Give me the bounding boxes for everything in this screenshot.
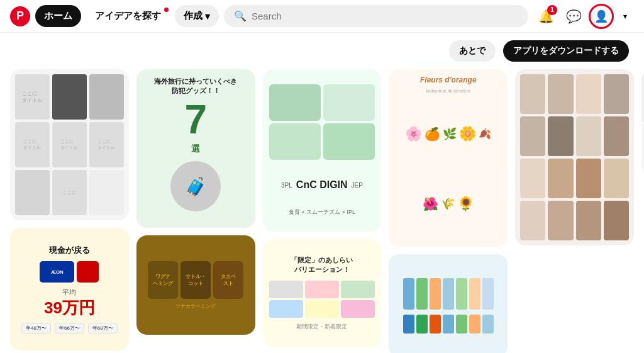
collab-label: JEP: [352, 182, 363, 189]
list-item: 🎩 ⚔️ 🏴‍☠️ 👥 ?: [641, 69, 644, 176]
search-icon: 🔍: [234, 10, 247, 22]
pin-number: 7: [184, 99, 207, 140]
grid-cell: [89, 74, 124, 120]
color-swatches: [403, 278, 494, 310]
grid-cell: [15, 170, 50, 215]
food-collab-pin[interactable]: 3PL CnC DIGIN JEP 食育 × スムーチズム × IPL: [263, 69, 382, 232]
list-item: Fleurs d'orange botanical illustration 🌸…: [389, 69, 508, 247]
pin-title: Fleurs d'orange: [420, 76, 477, 84]
header-dropdown-button[interactable]: ▾: [616, 8, 634, 25]
swatch: [416, 278, 428, 310]
explore-dot: [164, 8, 169, 12]
profile-button[interactable]: 👤: [589, 4, 614, 29]
flower-illustration: 🌾: [441, 197, 455, 211]
swatch-cell: [576, 116, 601, 156]
create-nav-button[interactable]: 作成 ▾: [175, 5, 219, 27]
swatch: [443, 278, 454, 310]
list-item: [389, 254, 508, 353]
pin-unit: 選: [191, 143, 200, 155]
cash-back-pin[interactable]: 現金が戻る ÆON 平均 39万円 年48万〜 年66万〜 年68万〜: [10, 228, 129, 350]
list-item: 海外旅行に持っていくべき防犯グッズ！！ 7 選 🧳: [136, 69, 255, 228]
template-grid-pin[interactable]: ここにタイトル ここにタイトル ここにタイトル ここにタイトル ここに: [10, 69, 129, 220]
notification-badge: 1: [547, 5, 557, 15]
home-nav-button[interactable]: ホーム: [35, 5, 81, 27]
color-palette-pin[interactable]: [389, 254, 508, 353]
pin-title: 現金が戻る: [49, 245, 90, 256]
header: P ホーム アイデアを探す 作成 ▾ 🔍 🔔 1 💬 👤 ▾: [0, 0, 644, 33]
grid-cell: ここにタイトル: [15, 74, 50, 120]
swatch: [456, 278, 467, 310]
swatch-cell: [548, 74, 573, 114]
avatar: 👤: [594, 9, 608, 23]
can-item: ワグナヘミング: [148, 261, 178, 299]
travel-guide-pin[interactable]: 海外旅行に持っていくべき防犯グッズ！！ 7 選 🧳: [136, 69, 255, 228]
canned-goods-pin[interactable]: ワグナヘミング サトル・コット タカベスト ツナカラベミング: [136, 235, 255, 335]
swatch-cell: [576, 201, 601, 240]
grid-cell: ここに: [52, 170, 87, 215]
download-app-button[interactable]: アプリをダウンロードする: [503, 40, 629, 62]
header-icons: 🔔 1 💬 👤 ▾: [533, 4, 634, 29]
swatch: [469, 278, 480, 310]
collab-label: 3PL: [281, 182, 292, 189]
pin-note: 期間限定・新着限定: [296, 323, 347, 331]
swatch-cell: [576, 159, 601, 198]
pin-detail: 年66万〜: [55, 323, 84, 333]
explore-nav-button[interactable]: アイデアを探す: [86, 5, 170, 27]
grid-cell: ここにタイトル: [15, 122, 50, 167]
pin-title: 海外旅行に持っていくべき防犯グッズ！！: [154, 77, 237, 96]
manga-pin[interactable]: 🎩 ⚔️ 🏴‍☠️ 👥: [641, 69, 644, 176]
app-download-banner: あとで アプリをダウンロードする: [0, 33, 644, 69]
swatch-cell: [520, 74, 545, 114]
list-item: 「限定」のあしらいバリエーション！ 期間限定・新着限定: [263, 239, 382, 347]
swatch-cell: [548, 116, 573, 156]
manga-panel: 🎩: [641, 69, 644, 122]
swatch: [482, 278, 494, 310]
swatch-dark: [430, 315, 441, 333]
variation-item: [305, 300, 339, 318]
swatch-dark: [469, 315, 480, 333]
list-item: ここにタイトル ここにタイトル ここにタイトル ここにタイトル ここに: [10, 69, 129, 220]
grid-cell: [52, 74, 87, 120]
material-swatches-pin[interactable]: [515, 69, 634, 245]
swatch-cell: [520, 201, 545, 240]
pinterest-logo[interactable]: P: [10, 6, 30, 26]
search-input[interactable]: [252, 11, 518, 21]
pin-detail: 年68万〜: [88, 323, 118, 333]
variation-item: [341, 281, 375, 298]
pin-title: 「限定」のあしらいバリエーション！: [291, 255, 353, 274]
flower-illustration: 🌺: [423, 196, 438, 211]
floral-pin[interactable]: Fleurs d'orange botanical illustration 🌸…: [389, 69, 508, 247]
grid-cell: ここにタイトル: [89, 122, 124, 167]
swatch-cell: [548, 201, 573, 240]
swatch-cell: [604, 74, 629, 114]
flower-illustration: 🍂: [479, 128, 491, 140]
swatch-cell: [520, 116, 545, 156]
list-item: 現金が戻る ÆON 平均 39万円 年48万〜 年66万〜 年68万〜: [10, 228, 129, 350]
swatch-dark: [403, 315, 414, 333]
food-image: [323, 123, 375, 160]
grid-cell: [89, 170, 124, 215]
swatch: [430, 278, 441, 310]
later-button[interactable]: あとで: [449, 40, 496, 62]
pin-detail: 年48万〜: [21, 323, 51, 333]
flower-illustration: 🌼: [459, 126, 476, 142]
can-item: サトル・コット: [180, 261, 211, 299]
food-image: [269, 123, 321, 160]
brand-logo: CnC DIGIN: [296, 179, 348, 191]
list-item: 3PL CnC DIGIN JEP 食育 × スムーチズム × IPL: [263, 69, 382, 232]
pin-subtitle: botanical illustration: [426, 88, 470, 94]
list-item: ワグナヘミング サトル・コット タカベスト ツナカラベミング: [136, 235, 255, 335]
collab-subtitle: 食育 × スムーチズム × IPL: [289, 208, 355, 216]
variation-item: [341, 300, 375, 318]
swatch-dark: [443, 315, 454, 333]
messages-button[interactable]: 💬: [561, 4, 586, 29]
flower-illustration: 🌸: [405, 126, 422, 142]
card-image: [77, 261, 99, 283]
swatch-cell: [576, 74, 601, 114]
list-item: [515, 69, 634, 245]
notification-button[interactable]: 🔔 1: [533, 4, 558, 29]
flower-illustration: 🌻: [457, 196, 474, 212]
swatch-dark: [482, 315, 494, 333]
limited-variations-pin[interactable]: 「限定」のあしらいバリエーション！ 期間限定・新着限定: [263, 239, 382, 347]
pin-amount: 39万円: [44, 297, 95, 319]
